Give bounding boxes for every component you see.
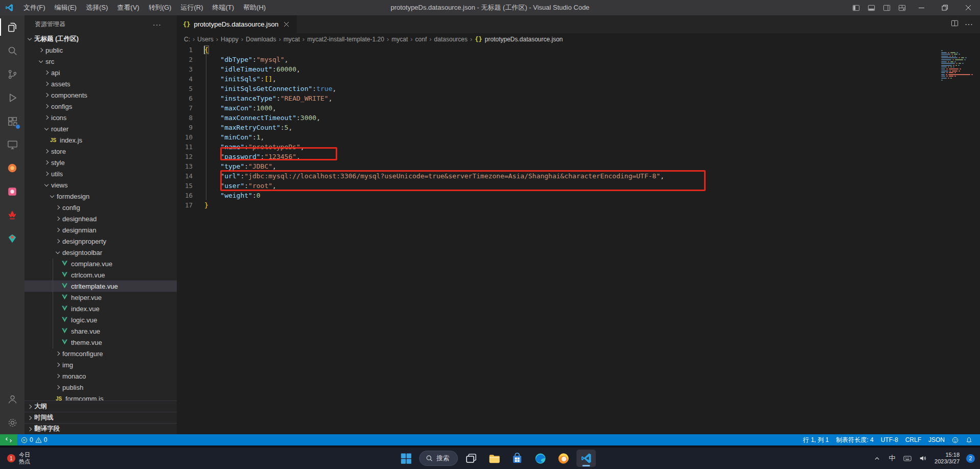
touch-keyboard-icon[interactable]	[901, 451, 914, 466]
tree-item-config[interactable]: config	[25, 202, 177, 213]
search-icon[interactable]	[0, 39, 25, 62]
taskbar-search-box[interactable]: 搜索	[419, 451, 458, 466]
line-number[interactable]: 11	[177, 142, 204, 152]
line-number[interactable]: 6	[177, 93, 204, 103]
code-line-12[interactable]: 12 "password":"123456",	[177, 152, 980, 161]
code-line-10[interactable]: 10 "minCon":1,	[177, 132, 980, 142]
tree-item-api[interactable]: api	[25, 67, 177, 78]
breadcrumb-item[interactable]: Users	[197, 36, 213, 43]
extensions-icon[interactable]	[0, 109, 25, 133]
code-editor[interactable]: 1{2 "dbType":"mysql",3 "idleTimeout":600…	[177, 45, 980, 434]
tree-item-complane-vue[interactable]: complane.vue	[25, 258, 177, 269]
line-number[interactable]: 10	[177, 132, 204, 142]
tree-item-ctrltemplate-vue[interactable]: ctrltemplate.vue	[25, 280, 177, 292]
tree-item-monaco[interactable]: monaco	[25, 370, 177, 382]
explorer-icon[interactable]	[0, 15, 25, 39]
file-explorer-button[interactable]	[484, 450, 504, 467]
breadcrumb-item[interactable]: Downloads	[246, 36, 276, 43]
code-line-9[interactable]: 9 "maxRetryCount":5,	[177, 123, 980, 132]
line-number[interactable]: 15	[177, 181, 204, 191]
indentation[interactable]: 制表符长度: 4	[832, 434, 877, 445]
browser-button[interactable]	[553, 450, 573, 467]
cursor-position[interactable]: 行 1, 列 1	[800, 434, 833, 445]
code-line-3[interactable]: 3 "idleTimeout":60000,	[177, 64, 980, 74]
account-icon[interactable]	[0, 387, 25, 411]
code-line-7[interactable]: 7 "maxCon":1000,	[177, 103, 980, 113]
tree-item-formconfigure[interactable]: formconfigure	[25, 348, 177, 359]
code-line-2[interactable]: 2 "dbType":"mysql",	[177, 55, 980, 64]
source-control-icon[interactable]	[0, 62, 25, 86]
line-number[interactable]: 14	[177, 171, 204, 181]
menu-帮[interactable]: 帮助(H)	[239, 0, 270, 15]
breadcrumb-item[interactable]: Happy	[221, 36, 239, 43]
line-number[interactable]: 17	[177, 200, 204, 210]
line-number[interactable]: 1	[177, 45, 204, 55]
line-number[interactable]: 2	[177, 55, 204, 64]
menu-文[interactable]: 文件(F)	[19, 0, 50, 15]
notification-count-badge[interactable]: 2	[966, 454, 975, 463]
tree-item-index-vue[interactable]: index.vue	[25, 303, 177, 314]
menu-选[interactable]: 选择(S)	[81, 0, 112, 15]
line-number[interactable]: 8	[177, 113, 204, 123]
menu-转[interactable]: 转到(G)	[144, 0, 176, 15]
breadcrumb-item[interactable]: datasources	[434, 36, 468, 43]
tree-item-designmian[interactable]: designmian	[25, 224, 177, 236]
tree-item-icons[interactable]: icons	[25, 112, 177, 123]
store-button[interactable]	[507, 450, 527, 467]
tree-item-designproperty[interactable]: designproperty	[25, 236, 177, 247]
code-line-11[interactable]: 11 "name":"prototypeDs",	[177, 142, 980, 152]
breadcrumb-item[interactable]: conf	[415, 36, 427, 43]
tree-item-formdesign[interactable]: formdesign	[25, 191, 177, 202]
tree-item-style[interactable]: style	[25, 157, 177, 168]
line-number[interactable]: 9	[177, 123, 204, 132]
settings-gear-icon[interactable]	[0, 411, 25, 434]
menu-编[interactable]: 编辑(E)	[50, 0, 81, 15]
breadcrumb-item[interactable]: mycat	[284, 36, 300, 43]
encoding[interactable]: UTF-8	[877, 434, 902, 445]
tree-item-components[interactable]: components	[25, 89, 177, 101]
code-line-8[interactable]: 8 "maxConnectTimeout":3000,	[177, 113, 980, 123]
menu-查[interactable]: 查看(V)	[112, 0, 144, 15]
menu-运[interactable]: 运行(R)	[176, 0, 207, 15]
line-number[interactable]: 5	[177, 84, 204, 93]
start-button[interactable]	[396, 450, 415, 467]
section-时间线[interactable]: 时间线	[25, 412, 177, 423]
toggle-panel-icon[interactable]	[864, 0, 879, 15]
code-line-14[interactable]: 14 "url":"jdbc:mysql://localhost:3306/my…	[177, 171, 980, 181]
tree-item-configs[interactable]: configs	[25, 101, 177, 112]
extension-orange-icon[interactable]	[0, 156, 25, 180]
news-widget[interactable]: 1 今日 热点	[0, 448, 37, 469]
run-debug-icon[interactable]	[0, 86, 25, 109]
section-大纲[interactable]: 大纲	[25, 401, 177, 412]
menu-终[interactable]: 终端(T)	[207, 0, 239, 15]
explorer-more-actions-icon[interactable]: ···	[153, 20, 161, 29]
remote-indicator[interactable]	[0, 434, 17, 445]
tree-item-utils[interactable]: utils	[25, 168, 177, 179]
tree-item-assets[interactable]: assets	[25, 78, 177, 89]
tree-item-views[interactable]: views	[25, 179, 177, 191]
extension-teal-icon[interactable]	[0, 227, 25, 250]
close-button[interactable]	[956, 0, 980, 15]
ime-indicator[interactable]: 中	[885, 451, 899, 466]
extension-pink-icon[interactable]	[0, 180, 25, 203]
split-editor-icon[interactable]	[951, 19, 959, 29]
notifications-bell-icon[interactable]	[962, 434, 976, 445]
code-line-17[interactable]: 17}	[177, 200, 980, 210]
eol[interactable]: CRLF	[902, 434, 925, 445]
tree-item-img[interactable]: img	[25, 359, 177, 370]
tree-item-helper-vue[interactable]: helper.vue	[25, 292, 177, 303]
code-line-6[interactable]: 6 "instanceType":"READ_WRITE",	[177, 93, 980, 103]
task-view-button[interactable]	[461, 450, 481, 467]
customize-layout-icon[interactable]	[894, 0, 909, 15]
restore-button[interactable]	[933, 0, 956, 15]
section-翻译字段[interactable]: 翻译字段	[25, 423, 177, 434]
line-number[interactable]: 12	[177, 152, 204, 161]
problems-indicator[interactable]: 0 0	[17, 434, 51, 445]
tab-close-icon[interactable]	[282, 20, 291, 29]
line-number[interactable]: 4	[177, 74, 204, 84]
tree-item-theme-vue[interactable]: theme.vue	[25, 337, 177, 348]
language-mode[interactable]: JSON	[925, 434, 948, 445]
code-line-4[interactable]: 4 "initSqls":[],	[177, 74, 980, 84]
tree-item-store[interactable]: store	[25, 146, 177, 157]
remote-explorer-icon[interactable]	[0, 133, 25, 156]
